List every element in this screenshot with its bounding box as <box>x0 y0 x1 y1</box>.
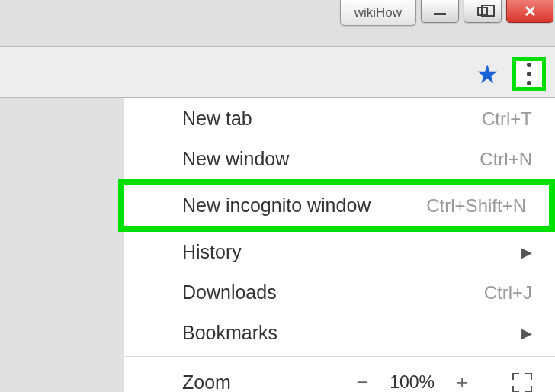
window-titlebar: wikiHow ✕ <box>0 0 555 31</box>
zoom-out-button[interactable]: − <box>354 371 370 392</box>
menu-item-new-window[interactable]: New window Ctrl+N <box>124 139 555 179</box>
close-button[interactable]: ✕ <box>506 0 553 23</box>
menu-item-incognito[interactable]: New incognito window Ctrl+Shift+N <box>124 185 549 226</box>
submenu-arrow-icon: ▶ <box>521 244 532 261</box>
menu-item-history[interactable]: History ▶ <box>124 232 555 272</box>
toolbar-right-cluster: ★ <box>476 57 546 91</box>
menu-item-zoom: Zoom − 100% + <box>124 360 555 392</box>
zoom-controls: − 100% + <box>354 371 470 392</box>
menu-shortcut: Ctrl+N <box>480 149 532 170</box>
fullscreen-icon[interactable] <box>512 373 532 393</box>
bookmark-star-icon[interactable]: ★ <box>476 59 499 89</box>
menu-shortcut: Ctrl+J <box>484 282 532 304</box>
chrome-main-menu: New tab Ctrl+T New window Ctrl+N New inc… <box>124 98 555 392</box>
kebab-icon <box>527 63 531 85</box>
menu-label: New window <box>182 148 480 170</box>
highlight-incognito: New incognito window Ctrl+Shift+N <box>118 179 555 232</box>
zoom-label: Zoom <box>182 371 335 392</box>
menu-label: Bookmarks <box>182 322 521 344</box>
menu-label: New tab <box>182 108 482 130</box>
zoom-in-button[interactable]: + <box>454 371 470 392</box>
menu-label: Downloads <box>182 281 484 304</box>
minimize-button[interactable] <box>421 0 459 23</box>
menu-item-new-tab[interactable]: New tab Ctrl+T <box>124 98 555 139</box>
browser-tab[interactable]: wikiHow <box>340 0 416 26</box>
menu-item-bookmarks[interactable]: Bookmarks ▶ <box>124 313 555 353</box>
zoom-value: 100% <box>390 372 435 392</box>
menu-item-downloads[interactable]: Downloads Ctrl+J <box>124 272 555 313</box>
menu-label: New incognito window <box>182 194 426 217</box>
maximize-button[interactable] <box>464 0 502 23</box>
minimize-icon <box>434 13 446 15</box>
tab-label: wikiHow <box>354 5 402 21</box>
close-icon: ✕ <box>524 2 537 21</box>
menu-shortcut: Ctrl+T <box>482 108 532 130</box>
chrome-menu-button[interactable] <box>512 57 546 91</box>
browser-toolbar: ★ <box>0 46 555 98</box>
submenu-arrow-icon: ▶ <box>521 325 532 342</box>
menu-shortcut: Ctrl+Shift+N <box>426 195 526 217</box>
menu-separator <box>124 356 555 357</box>
maximize-icon <box>477 7 488 16</box>
menu-label: History <box>182 241 521 263</box>
